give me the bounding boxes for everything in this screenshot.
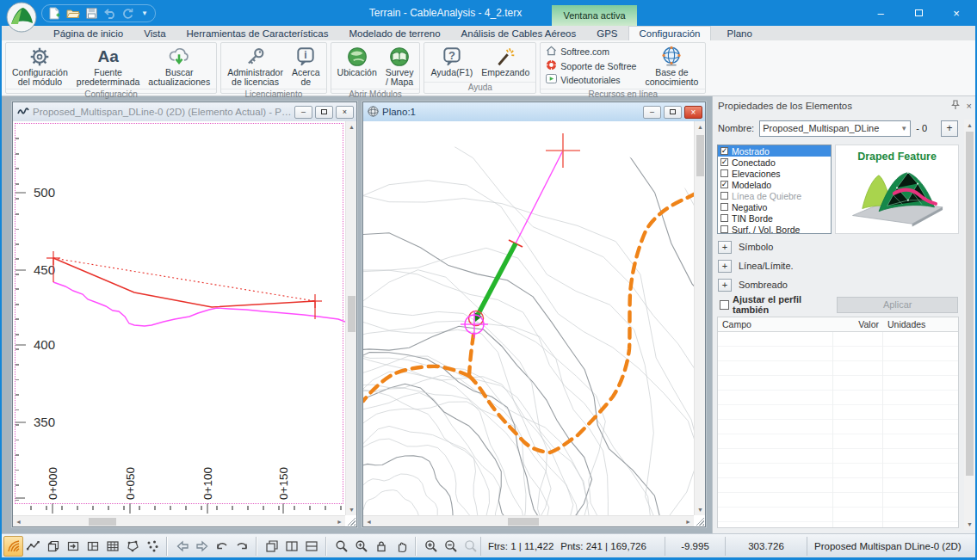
panel-vertical-scrollbar[interactable]: ▲ ▼ xyxy=(964,120,975,530)
profile-maximize-button[interactable] xyxy=(315,106,333,119)
add-feature-button[interactable]: + xyxy=(941,120,958,137)
app-logo-icon[interactable] xyxy=(6,2,37,33)
scroll-right-icon[interactable]: ► xyxy=(334,516,345,527)
polygon-tool-button[interactable] xyxy=(122,536,142,557)
scrollbar-thumb[interactable] xyxy=(348,296,356,332)
expand-icon[interactable]: + xyxy=(718,279,732,292)
expander-simbolo[interactable]: + Símbolo xyxy=(718,239,958,255)
video-tutorials-link[interactable]: Videotutoriales xyxy=(546,74,636,86)
about-button[interactable]: i Acerca de xyxy=(288,44,325,88)
minimize-button[interactable]: – xyxy=(862,0,900,26)
scrollbar-thumb[interactable] xyxy=(508,518,539,526)
help-button[interactable]: ? Ayuda(F1) xyxy=(426,44,477,81)
points-tool-button[interactable] xyxy=(142,536,162,557)
retrace-view-button[interactable] xyxy=(63,536,83,557)
scroll-down-icon[interactable]: ▼ xyxy=(695,504,706,515)
option-conectado[interactable]: ✓ Conectado xyxy=(718,157,831,168)
tile-horizontal-button[interactable] xyxy=(301,536,321,557)
checkbox-icon[interactable] xyxy=(720,169,728,177)
plan-close-button[interactable]: × xyxy=(684,106,702,119)
option-tin-borde[interactable]: TIN Borde xyxy=(718,212,831,224)
option-mostrado[interactable]: ✓ Mostrado xyxy=(718,145,831,157)
nav-forward-button[interactable] xyxy=(192,536,212,557)
attribute-table-body[interactable] xyxy=(718,332,958,527)
scroll-up-icon[interactable]: ▲ xyxy=(695,121,706,132)
tab-herramientas-caracteristicas[interactable]: Herramientas de Características xyxy=(176,26,339,40)
nav-back-button[interactable] xyxy=(172,536,192,557)
open-folder-icon[interactable] xyxy=(66,8,80,19)
scroll-up-icon[interactable]: ▲ xyxy=(964,120,975,131)
feature-name-select[interactable]: Proposed_Multispan_DLine ▼ xyxy=(759,120,911,137)
checkbox-icon[interactable]: ✓ xyxy=(720,158,728,166)
option-modelado[interactable]: ✓ Modelado xyxy=(718,179,831,190)
scroll-down-icon[interactable]: ▼ xyxy=(346,504,357,515)
softree-com-link[interactable]: Softree.com xyxy=(546,46,636,58)
license-manager-button[interactable]: Administrador de licencias xyxy=(223,44,288,88)
maximize-button[interactable] xyxy=(900,0,937,26)
plan-vertical-scrollbar[interactable]: ▲ ▼ xyxy=(694,121,705,515)
scroll-left-icon[interactable]: ◄ xyxy=(363,516,374,527)
checkbox-icon[interactable]: ✓ xyxy=(720,147,728,155)
close-button[interactable]: × xyxy=(937,0,975,26)
expand-icon[interactable]: + xyxy=(718,260,732,273)
survey-map-module-button[interactable]: Survey / Mapa xyxy=(381,44,418,88)
apply-button[interactable]: Aplicar xyxy=(837,297,958,313)
next-view-button[interactable] xyxy=(232,536,251,557)
tab-configuracion[interactable]: Configuración xyxy=(628,26,712,40)
profile-chart-canvas[interactable]: 500 450 400 350 0+000 0+050 0+100 0+150 xyxy=(13,121,345,515)
expander-linea-limite[interactable]: + Línea/Límite. xyxy=(718,258,958,274)
checkbox-icon[interactable] xyxy=(720,214,728,222)
previous-view-button[interactable] xyxy=(212,536,232,557)
check-updates-button[interactable]: Buscar actualizaciones xyxy=(144,44,214,88)
profile-window-titlebar[interactable]: Proposed_Multispan_DLine-0 (2D) (Element… xyxy=(13,102,356,121)
zoom-in-button[interactable] xyxy=(421,536,441,557)
scroll-right-icon[interactable]: ► xyxy=(683,516,694,527)
option-negativo[interactable]: Negativo xyxy=(718,201,831,212)
checkbox-icon[interactable]: ✓ xyxy=(720,181,728,188)
zoom-out-button[interactable] xyxy=(441,536,461,557)
profile-vertical-scrollbar[interactable]: ▲ ▼ xyxy=(345,121,356,515)
qat-menu-icon[interactable]: ▼ xyxy=(141,9,148,17)
location-module-button[interactable]: Ubicación xyxy=(333,44,381,88)
save-icon[interactable] xyxy=(86,8,97,19)
tab-vista[interactable]: Vista xyxy=(133,26,176,40)
scroll-up-icon[interactable]: ▲ xyxy=(346,121,357,132)
pin-icon[interactable] xyxy=(951,100,960,112)
module-settings-button[interactable]: Configuración del módulo xyxy=(8,44,72,88)
contour-tool-button[interactable] xyxy=(3,536,23,557)
plan-window-titlebar[interactable]: Plano:1 – × xyxy=(363,102,705,121)
tab-pagina-de-inicio[interactable]: Página de inicio xyxy=(43,26,133,40)
scrollbar-thumb[interactable] xyxy=(696,135,704,176)
profile-horizontal-scrollbar[interactable]: ◄ ► xyxy=(13,515,345,526)
view-3d-button[interactable] xyxy=(43,536,63,557)
cascade-windows-button[interactable] xyxy=(262,536,281,557)
default-font-button[interactable]: Aa Fuente predeterminada xyxy=(72,44,145,88)
pan-hand-button[interactable] xyxy=(391,536,411,557)
softree-support-link[interactable]: Soporte de Softree xyxy=(546,59,636,73)
tab-modelado-terreno[interactable]: Modelado de terreno xyxy=(338,26,450,40)
scrollbar-thumb[interactable] xyxy=(89,518,116,526)
expand-icon[interactable]: + xyxy=(718,241,732,254)
profile-minimize-button[interactable]: – xyxy=(294,106,312,119)
resize-grip[interactable] xyxy=(346,516,356,526)
undo-icon[interactable] xyxy=(103,9,116,19)
knowledge-base-button[interactable]: Base de conocimiento xyxy=(640,44,703,88)
getting-started-button[interactable]: Empezando xyxy=(477,44,534,81)
data-grid-button[interactable] xyxy=(102,536,122,557)
option-elevaciones[interactable]: Elevaciones xyxy=(718,168,831,179)
option-surf-vol-borde[interactable]: Surf. / Vol. Borde xyxy=(718,224,831,234)
adjust-profile-checkbox[interactable] xyxy=(720,300,729,310)
window-layout-button[interactable] xyxy=(83,536,102,557)
plan-maximize-button[interactable] xyxy=(664,106,682,119)
zoom-extents-button[interactable] xyxy=(351,536,371,557)
profile-close-button[interactable]: × xyxy=(336,106,354,119)
plan-horizontal-scrollbar[interactable]: ◄ ► xyxy=(363,515,694,526)
scroll-down-icon[interactable]: ▼ xyxy=(964,519,975,530)
expander-sombreado[interactable]: + Sombreado xyxy=(718,277,958,292)
resize-grip[interactable] xyxy=(695,516,704,526)
new-file-icon[interactable] xyxy=(49,7,60,20)
tab-gps[interactable]: GPS xyxy=(586,26,628,40)
zoom-lock-button[interactable] xyxy=(371,536,391,557)
zoom-window-button[interactable] xyxy=(331,536,351,557)
checkbox-icon[interactable] xyxy=(720,225,728,233)
